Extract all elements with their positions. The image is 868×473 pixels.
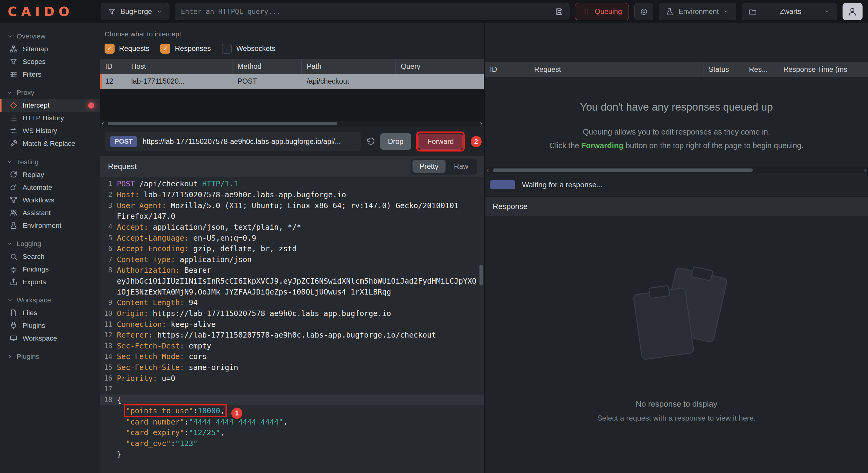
line-number: 9	[100, 297, 117, 308]
forward-button[interactable]: Forward	[418, 134, 463, 150]
sidebar-group-header-testing[interactable]: Testing	[0, 155, 100, 168]
code-line: 4Accept: application/json, text/plain, *…	[100, 222, 484, 233]
request-panel-title: Request	[108, 162, 137, 171]
code-content: Accept-Language: en-US,en;q=0.9	[117, 233, 484, 244]
sidebar-item-assistant[interactable]: Assistant	[0, 207, 100, 219]
chevron-down-icon	[7, 33, 13, 39]
sidebar-item-label: Search	[23, 252, 44, 261]
line-number	[100, 405, 117, 417]
request-url-text: https://lab-1771150207578-ae9h0c.labs-ap…	[143, 137, 341, 146]
account-button[interactable]	[842, 3, 863, 20]
hscrollbar-thumb[interactable]	[108, 122, 337, 125]
sidebar-group-header-proxy[interactable]: Proxy	[0, 86, 100, 99]
column-header-id[interactable]: ID	[485, 62, 529, 77]
token-plain	[117, 406, 126, 415]
token-header: Origin:	[117, 309, 148, 318]
token-header: Accept:	[117, 223, 148, 231]
sidebar-item-match-replace[interactable]: Match & Replace	[0, 137, 100, 150]
environment-button[interactable]: Environment	[659, 3, 737, 20]
workspace-selector[interactable]: Zwarts	[742, 3, 837, 20]
sidebar-item-workflows[interactable]: Workflows	[0, 194, 100, 207]
sidebar-group-header-workspace[interactable]: Workspace	[0, 294, 100, 307]
token-header: Sec-Fetch-Dest:	[117, 342, 184, 350]
folder-icon	[749, 7, 757, 16]
sidebar-item-label: HTTP History	[23, 114, 64, 122]
target-button[interactable]	[634, 3, 653, 20]
editor-vscrollbar[interactable]	[479, 177, 484, 473]
code-line: 14Sec-Fetch-Mode: cors	[100, 351, 484, 362]
save-query-icon[interactable]	[555, 7, 564, 16]
token-header: Content-Length:	[117, 298, 184, 307]
sidebar-item-findings[interactable]: Findings	[0, 263, 100, 276]
column-header-response-time-ms[interactable]: Response Time (ms	[778, 62, 868, 77]
sidebar-item-environment[interactable]: Environment	[0, 219, 100, 232]
sidebar-item-label: Scopes	[23, 58, 45, 66]
view-toggle-pretty[interactable]: Pretty	[412, 160, 445, 173]
column-header-method[interactable]: Method	[232, 59, 302, 74]
sidebar-item-intercept[interactable]: Intercept	[0, 99, 100, 112]
column-header-id[interactable]: ID	[100, 59, 126, 74]
request-cell-id: 12	[100, 77, 126, 86]
column-header-res[interactable]: Res...	[744, 62, 778, 77]
scroll-left-arrow[interactable]: ‹	[487, 167, 489, 174]
sidebar-item-http-history[interactable]: HTTP History	[0, 112, 100, 125]
magnifier-icon	[9, 252, 18, 261]
sidebar-item-ws-history[interactable]: WS History	[0, 125, 100, 137]
sidebar-group-header-overview[interactable]: Overview	[0, 30, 100, 43]
checkbox-websockets[interactable]: Websockets	[222, 44, 275, 54]
response-empty-state: No response to display Select a request …	[485, 216, 868, 473]
sidebar-item-label: Sitemap	[23, 45, 48, 53]
no-response-subtitle: Select a request with a response to view…	[597, 414, 755, 422]
sidebar-group-label: Workspace	[17, 296, 51, 304]
project-selector[interactable]: BugForge	[101, 3, 169, 20]
column-header-status[interactable]: Status	[704, 62, 744, 77]
sidebar-group-header-plugins[interactable]: Plugins	[0, 350, 100, 363]
sidebar-item-workspace[interactable]: Workspace	[0, 332, 100, 345]
sidebar-item-automate[interactable]: Automate	[0, 181, 100, 194]
waiting-row[interactable]: Waiting for a response...	[485, 173, 868, 197]
sidebar-item-sitemap[interactable]: Sitemap	[0, 43, 100, 56]
code-content: Connection: keep-alive	[117, 319, 484, 330]
checkbox-responses[interactable]: ✓Responses	[160, 44, 211, 54]
queuing-button[interactable]: Queuing	[575, 3, 629, 20]
vscrollbar-thumb[interactable]	[479, 264, 483, 285]
sidebar-item-replay[interactable]: Replay	[0, 168, 100, 181]
token-header: Sec-Fetch-Site:	[117, 363, 184, 372]
scroll-right-arrow[interactable]: ›	[480, 120, 482, 127]
column-header-request[interactable]: Request	[529, 62, 704, 77]
sidebar-item-search[interactable]: Search	[0, 250, 100, 263]
sidebar-item-files[interactable]: Files	[0, 307, 100, 319]
undo-icon[interactable]	[366, 137, 375, 146]
sidebar-group-workspace: WorkspaceFilesPluginsWorkspace	[0, 294, 100, 345]
code-line: 11Connection: keep-alive	[100, 319, 484, 330]
request-row[interactable]: 12lab-177115020...POST/api/checkout	[100, 74, 484, 89]
scroll-left-arrow[interactable]: ‹	[102, 120, 104, 127]
drop-button[interactable]: Drop	[380, 133, 411, 150]
chevron-down-icon	[824, 8, 830, 14]
sidebar-item-filters[interactable]: Filters	[0, 68, 100, 81]
scroll-right-arrow[interactable]: ›	[864, 167, 866, 174]
sidebar-item-plugins[interactable]: Plugins	[0, 319, 100, 332]
request-url-field: POST https://lab-1771150207578-ae9h0c.la…	[104, 132, 361, 151]
code-content: POST /api/checkout HTTP/1.1	[117, 179, 484, 189]
token-plain	[117, 428, 126, 437]
person-icon	[847, 7, 858, 17]
response-list-hscrollbar[interactable]: ‹ ›	[485, 167, 868, 173]
sidebar-group-header-logging[interactable]: Logging	[0, 237, 100, 250]
line-number: 12	[100, 330, 117, 341]
column-header-host[interactable]: Host	[126, 59, 232, 74]
column-header-query[interactable]: Query	[396, 59, 484, 74]
column-header-path[interactable]: Path	[302, 59, 396, 74]
checkbox-requests[interactable]: ✓Requests	[104, 44, 149, 54]
chevron-right-icon	[7, 354, 13, 360]
token-plain: ,	[283, 417, 288, 426]
httpql-query-input[interactable]	[181, 7, 550, 15]
workspace-selector-label: Zwarts	[780, 7, 801, 16]
hscrollbar-thumb[interactable]	[493, 168, 753, 172]
view-toggle-raw[interactable]: Raw	[447, 160, 475, 173]
sidebar-item-exports[interactable]: Exports	[0, 276, 100, 288]
sidebar-item-scopes[interactable]: Scopes	[0, 56, 100, 68]
sidebar-group-testing: TestingReplayAutomateWorkflowsAssistantE…	[0, 155, 100, 232]
request-editor[interactable]: 1POST /api/checkout HTTP/1.12Host: lab-1…	[100, 177, 484, 473]
request-list-hscrollbar[interactable]: ‹ ›	[100, 121, 484, 127]
